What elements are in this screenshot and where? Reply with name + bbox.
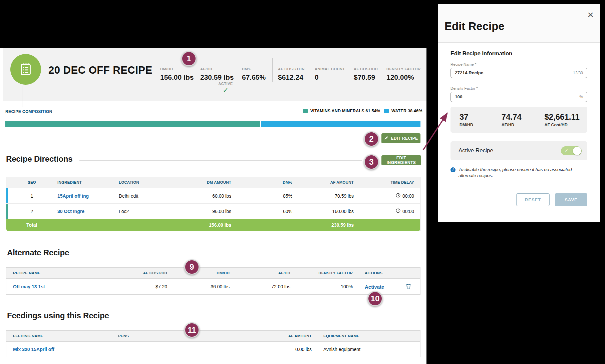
table-header: RECIPE NAME AF COST/HD DM/HD AF/HD DENSI… — [6, 268, 420, 279]
row-stripe — [6, 204, 8, 219]
recipe-name-field-box: 12/30 — [450, 68, 587, 78]
stat-density-factor: DENSITY FACTOR 120.00% — [386, 67, 421, 81]
alternate-recipe-table: RECIPE NAME AF COST/HD DM/HD AF/HD DENSI… — [6, 267, 420, 295]
divider — [113, 317, 362, 317]
legend-water: WATER 38.46% — [384, 109, 422, 113]
table-row: Off may 13 1st $7.20 36.00 lbs 72.00 lbs… — [6, 279, 420, 294]
stat-animal-count: ANIMAL COUNT 0 — [315, 67, 345, 81]
toggle-knob — [573, 147, 581, 155]
modal-stats-box: 37 DM/HD 74.74 AF/HD $2,661.11 AF Cost/H… — [450, 107, 587, 133]
edit-recipe-button[interactable]: EDIT RECIPE — [381, 133, 420, 143]
divider — [152, 58, 152, 82]
active-check-icon: ✓ — [213, 87, 238, 94]
table-row: 2 30 Oct Ingre Loc2 96.00 lbs 60% 160.00… — [6, 203, 420, 219]
recipe-avatar — [10, 54, 41, 85]
recipe-name-label: Recipe Name * — [450, 62, 476, 66]
row-stripe — [6, 188, 8, 203]
active-recipe-toggle[interactable]: ✓ — [561, 146, 582, 155]
percent-suffix: % — [579, 95, 583, 99]
annotation-badge-9: 9 — [184, 259, 200, 275]
edit-ingredients-button[interactable]: EDIT INGREDIENTS — [381, 155, 421, 165]
feedings-title: Feedings using this Recipe — [7, 311, 109, 320]
modal-stat-af-hd: 74.74 AF/HD — [502, 112, 545, 127]
clock-icon — [396, 193, 400, 199]
table-header: SEQ INGREDIENT LOCATION DM AMOUNT DM% AF… — [6, 177, 420, 188]
feeding-link[interactable]: Mix 320 15April off — [13, 347, 54, 352]
modal-section-title: Edit Recipe Information — [450, 50, 512, 57]
composition-segment-vitamins — [5, 121, 261, 127]
vitamins-swatch-icon — [303, 109, 308, 113]
legend-vitamins: VITAMINS AND MINERALS 61.54% — [303, 109, 380, 113]
activate-link[interactable]: Activate — [365, 284, 384, 290]
edit-recipe-modal: × Edit Recipe Edit Recipe Information Re… — [438, 4, 600, 222]
water-swatch-icon — [384, 109, 389, 113]
page: 20 DEC OFF RECIPE DM/HD 156.00 lbs AF/HD… — [0, 0, 605, 364]
density-factor-label: Density Factor * — [450, 86, 478, 90]
composition-bar — [5, 121, 420, 127]
recipe-header: 20 DEC OFF RECIPE DM/HD 156.00 lbs AF/HD… — [3, 48, 426, 101]
divider — [444, 186, 594, 186]
divider — [79, 160, 362, 161]
recipe-directions-title: Recipe Directions — [6, 154, 72, 164]
annotation-arrow — [418, 107, 455, 156]
recipe-clipboard-icon — [18, 61, 33, 78]
trash-icon — [406, 285, 411, 290]
stat-af-cost-hd: AF COST/HD $70.59 — [354, 67, 378, 81]
page-title: 20 DEC OFF RECIPE — [48, 64, 153, 76]
table-header: FEEDING NAME PENS AF AMOUNT EQUIPMENT NA… — [6, 331, 420, 342]
table-row: Mix 320 15April off 0.00 lbs Avnish equi… — [6, 342, 420, 357]
toggle-check-icon: ✓ — [565, 148, 568, 153]
stat-af-cost-ton: AF COST/TON $612.24 — [278, 67, 305, 81]
modal-title: Edit Recipe — [444, 20, 505, 33]
info-icon: i — [450, 167, 456, 172]
stat-dm-pct: DM% 67.65% — [242, 67, 266, 81]
save-button[interactable]: SAVE — [555, 193, 587, 206]
close-icon[interactable]: × — [587, 9, 594, 20]
annotation-badge-1: 1 — [181, 51, 197, 66]
alternate-recipe-link[interactable]: Off may 13 1st — [13, 284, 45, 289]
char-counter: 12/30 — [573, 71, 583, 75]
density-factor-field-box: % — [450, 92, 587, 102]
clock-icon — [396, 208, 400, 214]
ingredient-link[interactable]: 30 Oct Ingre — [57, 209, 84, 214]
modal-stat-af-cost-hd: $2,661.11 AF Cost/HD — [544, 112, 587, 127]
pencil-icon — [384, 136, 388, 141]
reset-button[interactable]: RESET — [516, 193, 550, 206]
table-row: 1 15April off ing Delhi edit 60.00 lbs 8… — [6, 188, 420, 203]
active-status: ACTIVE ✓ — [213, 82, 238, 94]
divider — [272, 58, 273, 82]
stat-dm-hd: DM/HD 156.00 lbs — [160, 67, 194, 81]
alternate-recipe-title: Alternate Recipe — [7, 248, 69, 257]
recipe-name-input[interactable] — [455, 70, 573, 75]
active-recipe-row: Active Recipe ✓ — [450, 141, 587, 160]
ingredient-link[interactable]: 15April off ing — [57, 193, 89, 199]
total-row: Total 156.00 lbs 230.59 lbs — [6, 219, 420, 231]
modal-stat-dm-hd: 37 DM/HD — [460, 112, 502, 127]
composition-segment-water — [261, 121, 420, 127]
disable-note: i To disable the recipe, please ensure i… — [450, 167, 584, 179]
recipe-detail-panel: 20 DEC OFF RECIPE DM/HD 156.00 lbs AF/HD… — [0, 48, 426, 364]
annotation-badge-2: 2 — [364, 131, 379, 147]
annotation-badge-11: 11 — [184, 322, 200, 338]
divider — [22, 86, 22, 107]
stat-af-hd: AF/HD 230.59 lbs — [200, 67, 234, 81]
feedings-table: FEEDING NAME PENS AF AMOUNT EQUIPMENT NA… — [6, 330, 420, 357]
composition-title: RECIPE COMPOSITION — [5, 109, 52, 114]
density-factor-input[interactable] — [455, 94, 579, 99]
divider — [76, 254, 362, 254]
delete-alternate-button[interactable] — [405, 283, 412, 291]
annotation-badge-3: 3 — [364, 154, 379, 170]
annotation-badge-10: 10 — [367, 291, 383, 306]
recipe-directions-table: SEQ INGREDIENT LOCATION DM AMOUNT DM% AF… — [6, 177, 420, 231]
